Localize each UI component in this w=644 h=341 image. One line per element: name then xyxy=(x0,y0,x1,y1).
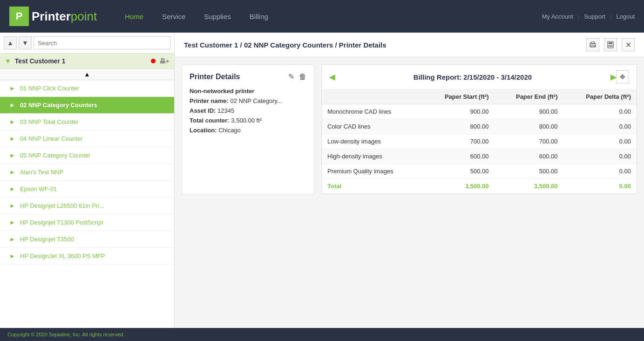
item-caret-6: ► xyxy=(9,185,15,192)
my-account-link[interactable]: My Account xyxy=(542,13,573,20)
total-paper-delta: 0.00 xyxy=(563,179,637,194)
total-paper-start: 3,500.00 xyxy=(422,179,495,194)
col-category-header xyxy=(322,89,422,104)
location-label: Location: xyxy=(190,127,217,134)
item-label-0: 01 NNP Click Counter xyxy=(20,85,79,92)
sidebar-item-7[interactable]: ► HP Designjet L26500 61in Pri... xyxy=(0,198,174,214)
sidebar-item-1[interactable]: ► 02 NNP Category Counters xyxy=(0,97,174,114)
printer-type-label: Non-networked printer xyxy=(190,88,254,95)
row-category: Low-density images xyxy=(322,134,422,149)
item-caret-3: ► xyxy=(9,135,15,142)
item-label-10: HP DesignJet XL 3600 PS MFP xyxy=(20,252,105,259)
edit-icon[interactable]: ✎ xyxy=(288,72,294,81)
sidebar-item-2[interactable]: ► 03 NNP Total Counter xyxy=(0,114,174,130)
printer-details-panel: Printer Details ✎ 🗑 Non-networked printe… xyxy=(182,64,314,194)
content-area: Test Customer 1 / 02 NNP Category Counte… xyxy=(175,33,644,328)
sep1: | xyxy=(578,13,579,20)
row-paper-delta: 0.00 xyxy=(563,164,637,179)
customer-name: Test Customer 1 xyxy=(15,57,151,65)
col-paper-start-header: Paper Start (ft²) xyxy=(422,89,495,104)
sep2: | xyxy=(610,13,611,20)
breadcrumb-icons: ✕ xyxy=(586,38,635,51)
sidebar-item-6[interactable]: ► Epson WF-01 xyxy=(0,181,174,198)
main-nav: Home Service Supplies Billing xyxy=(125,11,542,22)
billing-header: ◀ Billing Report: 2/15/2020 - 3/14/2020 … xyxy=(322,65,637,89)
print-search-icon[interactable] xyxy=(586,38,599,51)
location-row: Location: Chicago xyxy=(190,127,306,134)
row-paper-start: 600.00 xyxy=(422,149,495,164)
footer-text: Copyright © 2020 Sepialine, Inc. All rig… xyxy=(7,332,124,337)
item-label-8: HP Designjet T1300 PostScript xyxy=(20,219,103,226)
close-icon[interactable]: ✕ xyxy=(622,38,635,51)
sidebar-item-5[interactable]: ► Alan's Test NNP xyxy=(0,164,174,181)
printer-icon[interactable]: 🖶+ xyxy=(159,57,169,65)
row-paper-end: 700.00 xyxy=(495,134,563,149)
item-caret-8: ► xyxy=(9,219,15,226)
logo-area: P Printerpoint xyxy=(9,7,97,26)
red-dot-indicator xyxy=(151,59,156,63)
sidebar-item-4[interactable]: ► 05 NNP Category Counter xyxy=(0,147,174,164)
collapse-down-button[interactable]: ▼ xyxy=(19,36,32,49)
logo-point: point xyxy=(71,9,97,23)
item-caret-9: ► xyxy=(9,236,15,243)
printer-details-title: Printer Details xyxy=(190,73,284,81)
billing-row: High-density images 600.00 600.00 0.00 xyxy=(322,149,637,164)
item-label-4: 05 NNP Category Counter xyxy=(20,152,91,159)
nav-billing[interactable]: Billing xyxy=(250,11,268,22)
row-paper-delta: 0.00 xyxy=(563,149,637,164)
item-caret-1: ► xyxy=(9,102,15,109)
logo-box: P xyxy=(9,7,29,26)
svg-rect-4 xyxy=(609,42,612,44)
sidebar-item-9[interactable]: ► HP Designjet T3500 xyxy=(0,231,174,248)
customer-row[interactable]: ▼ Test Customer 1 🖶+ xyxy=(0,54,174,69)
support-link[interactable]: Support xyxy=(584,13,605,20)
total-label: Total xyxy=(322,179,422,194)
search-input[interactable] xyxy=(34,36,170,49)
billing-total-row: Total 3,500.00 3,500.00 0.00 xyxy=(322,179,637,194)
footer: Copyright © 2020 Sepialine, Inc. All rig… xyxy=(0,328,644,341)
billing-row: Color CAD lines 800.00 800.00 0.00 xyxy=(322,119,637,134)
item-label-5: Alan's Test NNP xyxy=(20,169,63,176)
item-caret-2: ► xyxy=(9,118,15,125)
billing-title: Billing Report: 2/15/2020 - 3/14/2020 xyxy=(335,73,610,81)
row-paper-end: 900.00 xyxy=(495,104,563,119)
calculator-icon[interactable] xyxy=(604,38,617,51)
nav-home[interactable]: Home xyxy=(125,11,143,22)
collapse-up-button[interactable]: ▲ xyxy=(4,36,17,49)
sidebar-item-3[interactable]: ► 04 NNP Linear Counter xyxy=(0,130,174,147)
sidebar-item-10[interactable]: ► HP DesignJet XL 3600 PS MFP xyxy=(0,248,174,265)
breadcrumb-bar: Test Customer 1 / 02 NNP Category Counte… xyxy=(175,33,644,57)
row-paper-end: 800.00 xyxy=(495,119,563,134)
col-paper-end-header: Paper End (ft²) xyxy=(495,89,563,104)
total-counter-value: 3,500.00 ft² xyxy=(231,117,262,124)
asset-id-value: 12345 xyxy=(217,107,234,114)
billing-row: Monochrome CAD lines 900.00 900.00 0.00 xyxy=(322,104,637,119)
total-paper-end: 3,500.00 xyxy=(495,179,563,194)
delete-icon[interactable]: 🗑 xyxy=(299,73,306,81)
sidebar-item-8[interactable]: ► HP Designjet T1300 PostScript xyxy=(0,214,174,231)
row-paper-delta: 0.00 xyxy=(563,119,637,134)
sidebar-toolbar: ▲ ▼ xyxy=(0,33,174,54)
item-label-9: HP Designjet T3500 xyxy=(20,236,74,243)
logo-printer: Printer xyxy=(32,9,71,23)
breadcrumb: Test Customer 1 / 02 NNP Category Counte… xyxy=(184,41,386,49)
printer-name-label: Printer name: xyxy=(190,97,229,104)
svg-rect-10 xyxy=(611,46,612,47)
nav-service[interactable]: Service xyxy=(162,11,185,22)
svg-rect-8 xyxy=(609,46,610,47)
logout-link[interactable]: Logout xyxy=(616,13,635,20)
nav-supplies[interactable]: Supplies xyxy=(204,11,231,22)
svg-rect-1 xyxy=(591,42,595,44)
billing-settings-icon[interactable]: ✥ xyxy=(616,70,629,83)
sidebar-item-0[interactable]: ► 01 NNP Click Counter xyxy=(0,80,174,97)
billing-table: Paper Start (ft²) Paper End (ft²) Paper … xyxy=(322,89,637,194)
sidebar-scroll-up[interactable]: ▲ xyxy=(0,69,174,80)
item-caret-4: ► xyxy=(9,152,15,159)
row-paper-start: 900.00 xyxy=(422,104,495,119)
item-caret-10: ► xyxy=(9,252,15,259)
billing-prev-button[interactable]: ◀ xyxy=(329,73,335,82)
billing-next-button[interactable]: ▶ xyxy=(610,73,616,82)
sidebar-list: ▼ Test Customer 1 🖶+ ▲ ► 01 NNP Click Co… xyxy=(0,54,174,328)
sidebar: ▲ ▼ ▼ Test Customer 1 🖶+ ▲ ► 01 NNP Clic… xyxy=(0,33,175,328)
svg-rect-6 xyxy=(610,45,611,46)
